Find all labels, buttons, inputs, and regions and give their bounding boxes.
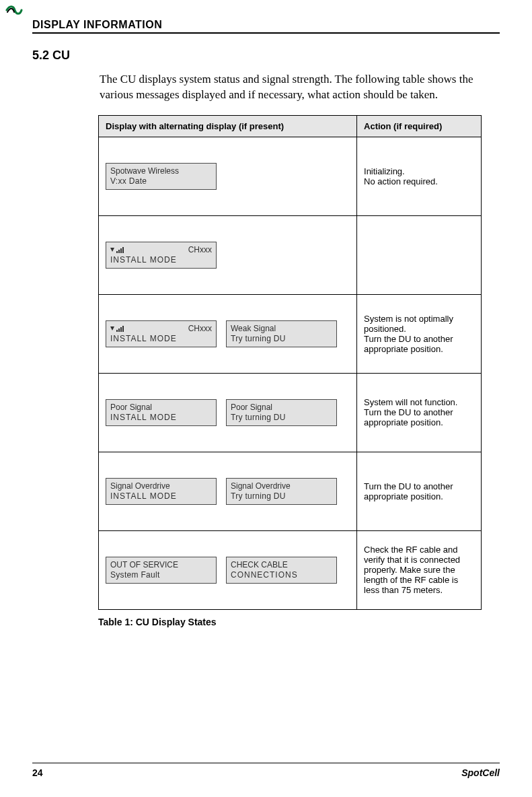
table-row: Poor SignalINSTALL MODEPoor SignalTry tu… <box>99 373 482 452</box>
page-header-title: DISPLAY INFORMATION <box>32 19 162 30</box>
cell-display: Signal OverdriveINSTALL MODESignal Overd… <box>99 452 357 530</box>
table-row: CHxxxINSTALL MODEWeak SignalTry turning … <box>99 294 482 373</box>
brand-logo-icon <box>5 4 23 19</box>
cell-display: OUT OF SERVICESystem FaultCHECK CABLECON… <box>99 530 357 609</box>
cell-action: System is not optimally positioned.Turn … <box>357 294 482 373</box>
cell-action: Turn the DU to another appropriate posit… <box>357 452 482 530</box>
footer-brand: SpotCell <box>461 767 500 778</box>
cell-display: Spotwave WirelessV:xx Date <box>99 137 357 215</box>
page-number: 24 <box>32 767 43 778</box>
table-row: Signal OverdriveINSTALL MODESignal Overd… <box>99 452 482 530</box>
signal-icon <box>110 247 124 253</box>
cell-action: Initializing.No action required. <box>357 137 482 215</box>
lcd-display: Poor SignalTry turning DU <box>226 399 337 426</box>
section-body: The CU displays system status and signal… <box>100 72 500 103</box>
page-header: DISPLAY INFORMATION <box>32 19 500 34</box>
cell-display: CHxxxINSTALL MODEWeak SignalTry turning … <box>99 294 357 373</box>
cell-display: Poor SignalINSTALL MODEPoor SignalTry tu… <box>99 373 357 452</box>
lcd-display: OUT OF SERVICESystem Fault <box>106 557 217 584</box>
table-row: Spotwave WirelessV:xx DateInitializing.N… <box>99 137 482 215</box>
cell-display: CHxxxINSTALL MODE <box>99 215 357 294</box>
lcd-display: Signal OverdriveTry turning DU <box>226 478 337 505</box>
table-header-display: Display with alternating display (if pre… <box>99 115 357 137</box>
lcd-display: Spotwave WirelessV:xx Date <box>106 163 217 190</box>
table-row: CHxxxINSTALL MODE <box>99 215 482 294</box>
cell-action: System will not function. Turn the DU to… <box>357 373 482 452</box>
section-heading: 5.2 CU <box>32 48 500 63</box>
lcd-display: CHxxxINSTALL MODE <box>106 320 217 347</box>
lcd-display: Signal OverdriveINSTALL MODE <box>106 478 217 505</box>
lcd-display: CHECK CABLECONNECTIONS <box>226 557 337 584</box>
table-header-action: Action (if required) <box>357 115 482 137</box>
table-row: OUT OF SERVICESystem FaultCHECK CABLECON… <box>99 530 482 609</box>
lcd-display: CHxxxINSTALL MODE <box>106 242 217 269</box>
display-states-table: Display with alternating display (if pre… <box>98 115 482 610</box>
lcd-display: Poor SignalINSTALL MODE <box>106 399 217 426</box>
cell-action: Check the RF cable and verify that it is… <box>357 530 482 609</box>
table-caption: Table 1: CU Display States <box>98 617 500 627</box>
signal-icon <box>110 326 124 332</box>
cell-action <box>357 215 482 294</box>
lcd-display: Weak SignalTry turning DU <box>226 320 337 347</box>
page-footer: 24 SpotCell <box>32 763 500 778</box>
